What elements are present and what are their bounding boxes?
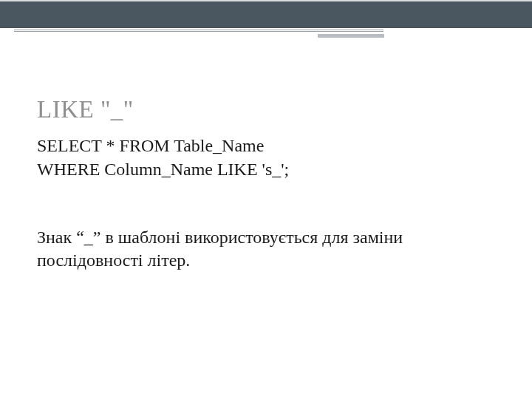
slide-title: LIKE "_": [37, 96, 495, 123]
slide-content: LIKE "_" SELECT * FROM Table_Name WHERE …: [37, 96, 495, 273]
slide: LIKE "_" SELECT * FROM Table_Name WHERE …: [0, 0, 532, 399]
code-line-2: WHERE Column_Name LIKE 's_';: [37, 157, 495, 181]
slide-description: Знак “_” в шаблоні використовується для …: [37, 226, 473, 273]
slide-top-bar: [0, 0, 532, 28]
code-line-1: SELECT * FROM Table_Name: [37, 134, 495, 157]
slide-divider: [0, 30, 532, 38]
code-block: SELECT * FROM Table_Name WHERE Column_Na…: [37, 134, 495, 182]
